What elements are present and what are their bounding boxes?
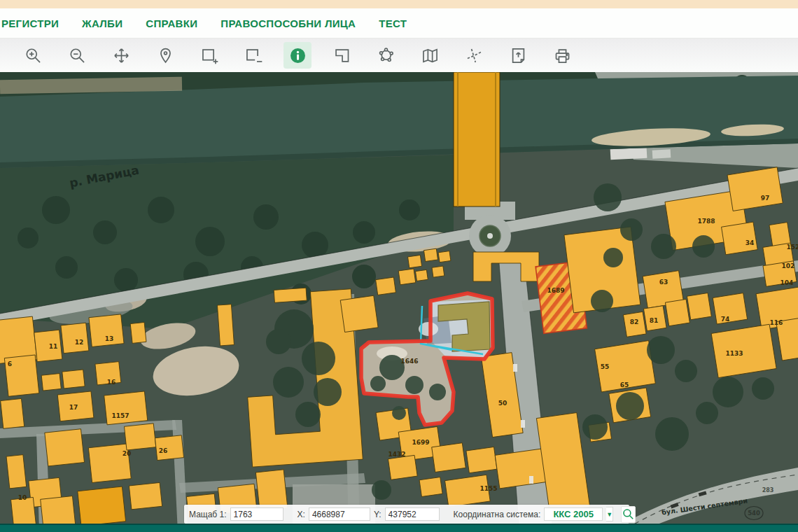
map-feature [610, 148, 648, 160]
map-label: 10 [18, 494, 27, 501]
crs-select[interactable]: ККС 2005 [544, 507, 603, 521]
map-feature [129, 482, 162, 509]
map-label: 104 [780, 279, 794, 286]
previous-extent-tool-button[interactable] [328, 42, 356, 69]
map-label: 1432 [388, 451, 405, 458]
map-label: 34 [746, 239, 755, 246]
menu-item-test[interactable]: ТЕСТ [379, 18, 407, 29]
zoom-rect-out-tool-button[interactable] [239, 42, 267, 69]
map-toolbar [0, 38, 798, 72]
export-tool-button[interactable] [504, 42, 532, 69]
print-icon [553, 46, 572, 65]
locate-icon [156, 46, 175, 65]
previous-extent-icon [332, 46, 351, 65]
map-feature [432, 266, 444, 277]
map-label: 11 [49, 343, 58, 350]
map-sheets-icon [421, 46, 440, 65]
map-statusbar: Мащаб 1: X: Y: Координатна система: ККС … [184, 505, 629, 524]
map-feature [616, 392, 644, 420]
y-coordinate-label: Y: [374, 510, 382, 519]
x-coordinate-label: X: [298, 510, 305, 519]
scale-input[interactable] [230, 507, 284, 521]
map-feature [376, 277, 396, 295]
menu-item-registri[interactable]: РЕГИСТРИ [1, 18, 59, 29]
map-label: 50 [498, 400, 507, 407]
menu-item-pravosposobni-litsa[interactable]: ПРАВОСПОСОБНИ ЛИЦА [220, 18, 356, 29]
crs-dropdown-arrow-icon[interactable]: ▼ [606, 507, 613, 522]
map-label: 1699 [412, 439, 429, 446]
map-feature [687, 293, 711, 320]
bottom-accent-strip [0, 524, 798, 532]
map-feature [124, 424, 155, 450]
map-label: 74 [721, 316, 730, 323]
pan-tool-button[interactable] [107, 42, 135, 69]
map-feature [513, 364, 517, 372]
map-feature [594, 183, 622, 211]
map-feature [424, 248, 438, 261]
map-feature [42, 196, 70, 224]
map-feature [408, 255, 422, 267]
map-feature [273, 367, 304, 398]
y-coordinate-input[interactable] [385, 507, 440, 521]
map-feature [78, 486, 126, 526]
map-feature [416, 270, 428, 281]
map-feature [388, 455, 417, 479]
map-feature [429, 384, 446, 400]
map-feature [727, 167, 783, 211]
identify-icon [288, 46, 307, 65]
zoom-rect-in-tool-button[interactable] [195, 42, 223, 69]
identify-tool-button[interactable] [284, 42, 312, 69]
map-feature [253, 204, 279, 230]
map-feature [603, 248, 623, 267]
map-feature [266, 329, 291, 354]
zoom-out-tool-button[interactable] [63, 42, 91, 69]
map-sheets-tool-button[interactable] [416, 42, 444, 69]
zoom-in-tool-button[interactable] [19, 42, 47, 69]
locate-tool-button[interactable] [151, 42, 179, 69]
map-feature [93, 220, 117, 244]
crs-selected-value: ККС 2005 [553, 509, 594, 519]
zoom-out-icon [68, 46, 87, 65]
zoom-in-icon [24, 46, 43, 65]
map-feature [195, 227, 225, 256]
measure-area-tool-button[interactable] [372, 42, 400, 69]
map-feature [41, 374, 61, 391]
map-feature [521, 420, 525, 428]
map-label: 1155 [479, 485, 497, 492]
map-feature [591, 290, 613, 312]
map-feature [665, 299, 690, 326]
map-label: 1133 [725, 350, 743, 357]
map-label: 1157 [111, 412, 129, 419]
coordinate-search-button[interactable] [621, 506, 636, 523]
map-feature [692, 235, 715, 258]
map-feature [454, 72, 500, 206]
map-canvas[interactable]: р. Марица6111213161711571020261646505565… [0, 0, 798, 532]
map-feature [372, 480, 391, 500]
crossroads-tool-button[interactable] [460, 42, 488, 69]
map-feature [752, 377, 774, 400]
map-label: 17 [69, 404, 78, 411]
map-label: 1788 [697, 218, 715, 225]
map-feature [302, 342, 335, 375]
map-label: 55 [601, 363, 610, 370]
map-feature [370, 376, 386, 391]
map-feature [432, 443, 466, 472]
print-tool-button[interactable] [548, 42, 576, 69]
zoom-rect-in-icon [200, 46, 219, 65]
zoom-rect-out-icon [244, 46, 263, 65]
map-label: 97 [761, 195, 770, 202]
map-label: 283 [762, 487, 774, 493]
export-icon [509, 46, 528, 65]
map-feature [419, 477, 442, 497]
map-feature [392, 406, 406, 420]
scale-label: Мащаб 1: [189, 510, 227, 519]
map-feature [130, 322, 146, 343]
menu-item-spravki[interactable]: СПРАВКИ [146, 18, 197, 29]
x-coordinate-input[interactable] [309, 507, 370, 521]
map-feature [340, 295, 378, 332]
map-feature [352, 265, 376, 288]
map-label: 12 [75, 339, 84, 346]
map-feature [45, 429, 85, 466]
map-label: 26 [159, 447, 168, 454]
menu-item-zhalbi[interactable]: ЖАЛБИ [82, 18, 122, 29]
